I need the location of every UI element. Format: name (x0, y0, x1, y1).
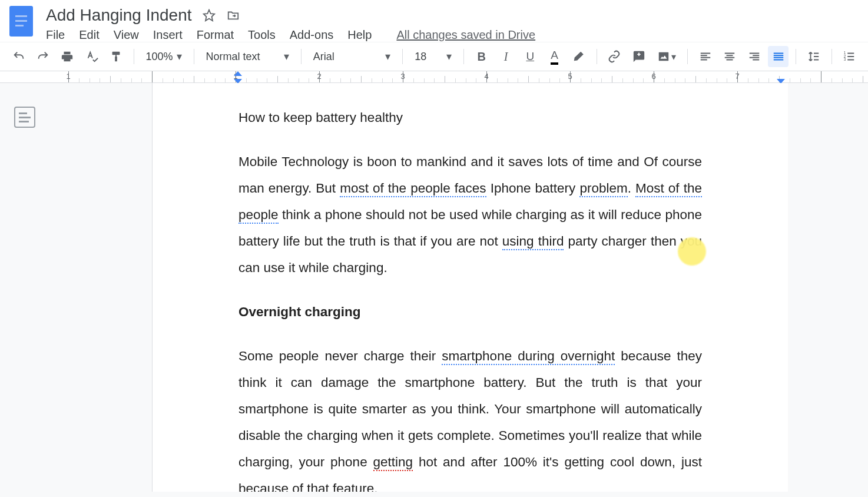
bold-button[interactable]: B (471, 46, 492, 67)
menu-help[interactable]: Help (347, 28, 372, 42)
horizontal-ruler[interactable]: 11234567 (0, 71, 868, 83)
paragraph-style-dropdown[interactable]: Normal text▾ (201, 50, 294, 63)
align-left-button[interactable] (695, 46, 715, 67)
cursor-highlight-icon (678, 237, 706, 266)
zoom-dropdown[interactable]: 100%▾ (141, 50, 187, 63)
numbered-list-button[interactable]: 123 (839, 46, 860, 67)
zoom-value: 100% (146, 51, 173, 63)
style-value: Normal text (206, 51, 260, 63)
align-right-button[interactable] (744, 46, 764, 67)
font-dropdown[interactable]: Arial▾ (309, 50, 395, 63)
toolbar-separator (402, 49, 403, 64)
title-area: Add Hanging Indent File Edit View Insert… (46, 6, 535, 42)
save-status[interactable]: All changes saved in Drive (396, 28, 535, 42)
toolbar-separator (687, 49, 688, 64)
star-icon[interactable] (203, 9, 216, 22)
toolbar-separator (194, 49, 194, 64)
docs-logo-icon[interactable] (9, 6, 33, 37)
toolbar-separator (463, 49, 464, 64)
left-gutter (0, 83, 152, 492)
svg-text:3: 3 (844, 57, 846, 61)
size-value: 18 (415, 51, 426, 63)
heading-overnight[interactable]: Overnight charging (238, 299, 702, 325)
highlight-button[interactable] (568, 46, 589, 67)
menu-file[interactable]: File (46, 28, 65, 42)
chevron-down-icon: ▾ (671, 51, 676, 62)
first-line-indent-marker[interactable] (234, 71, 242, 76)
text-color-button[interactable]: A (544, 46, 565, 67)
text: because they think it can damage the sma… (238, 349, 702, 469)
title-row: Add Hanging Indent (46, 6, 535, 25)
document-body: How to keep battery healthy Mobile Techn… (238, 104, 702, 492)
document-outline-icon[interactable] (14, 107, 35, 128)
italic-button[interactable]: I (495, 46, 516, 67)
underline-button[interactable]: U (520, 46, 541, 67)
menu-insert[interactable]: Insert (153, 28, 183, 42)
insert-image-button[interactable]: ▾ (652, 46, 680, 67)
svg-marker-0 (203, 10, 214, 21)
grammar-underline[interactable]: problem (579, 181, 627, 197)
align-justify-button[interactable] (768, 46, 789, 67)
font-value: Arial (313, 51, 334, 63)
paragraph-1[interactable]: Mobile Technology is boon to mankind and… (238, 148, 702, 281)
chevron-down-icon: ▾ (446, 50, 452, 63)
toolbar-separator (134, 49, 134, 64)
line-spacing-button[interactable] (803, 46, 824, 67)
spellcheck-button[interactable] (81, 46, 102, 67)
text: Iphone battery (486, 181, 580, 196)
font-size-dropdown[interactable]: 18▾ (410, 50, 456, 63)
grammar-underline[interactable]: using third (502, 234, 564, 250)
text: Some people never charge their (238, 349, 442, 363)
menu-tools[interactable]: Tools (248, 28, 276, 42)
app-header: Add Hanging Indent File Edit View Insert… (0, 0, 868, 42)
svg-rect-1 (658, 52, 668, 61)
toolbar-separator (831, 49, 832, 64)
toolbar-separator (796, 49, 796, 64)
text: . (628, 181, 635, 196)
menu-bar: File Edit View Insert Format Tools Add-o… (46, 28, 535, 42)
menu-addons[interactable]: Add-ons (290, 28, 334, 42)
menu-edit[interactable]: Edit (79, 28, 99, 42)
align-center-button[interactable] (720, 46, 740, 67)
paragraph-2[interactable]: Some people never charge their smartphon… (238, 343, 702, 492)
toolbar-separator (597, 49, 597, 64)
chevron-down-icon: ▾ (177, 50, 182, 63)
chevron-down-icon: ▾ (385, 50, 390, 63)
spell-underline[interactable]: getting (373, 455, 413, 471)
insert-link-button[interactable] (604, 46, 625, 67)
add-comment-button[interactable] (628, 46, 649, 67)
move-folder-icon[interactable] (226, 9, 240, 22)
chevron-down-icon: ▾ (284, 50, 289, 63)
grammar-underline[interactable]: most of the people faces (340, 181, 486, 197)
workspace: How to keep battery healthy Mobile Techn… (0, 83, 868, 492)
grammar-underline[interactable]: smartphone during overnight (442, 349, 615, 365)
document-title[interactable]: Add Hanging Indent (46, 6, 192, 25)
paint-format-button[interactable] (105, 46, 126, 67)
menu-format[interactable]: Format (197, 28, 234, 42)
toolbar: 100%▾ Normal text▾ Arial▾ 18▾ B I U A ▾ … (0, 42, 868, 71)
menu-view[interactable]: View (114, 28, 139, 42)
print-button[interactable] (57, 46, 78, 67)
doc-heading-title[interactable]: How to keep battery healthy (238, 104, 702, 131)
document-page[interactable]: How to keep battery healthy Mobile Techn… (152, 83, 788, 492)
redo-button[interactable] (32, 46, 53, 67)
toolbar-separator (301, 49, 302, 64)
undo-button[interactable] (8, 46, 29, 67)
